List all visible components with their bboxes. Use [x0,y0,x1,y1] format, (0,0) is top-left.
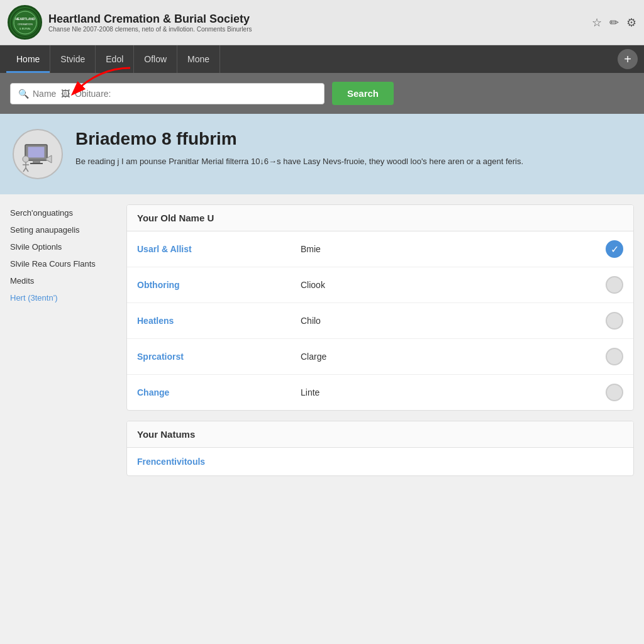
settings-row-5: Frencentivitouls [127,448,633,475]
row-3-radio[interactable] [606,348,623,365]
hero-illustration [19,135,57,173]
settings-row-0: Usarl & Allist Bmie ✓ [127,231,633,267]
hero-description: Be reading j I am pounse Pranitlar Meria… [75,155,523,168]
settings-row-4: Change Linte [127,375,633,410]
browser-action-icons: ☆ ✏ ⚙ [592,16,636,30]
hero-section: Briademo 8 ffubrim Be reading j I am pou… [0,114,644,194]
row-0-value: Bmie [301,244,606,254]
nav-item-mone[interactable]: Mone [177,45,220,73]
sidebar-item-5[interactable]: Hert (3tentn') [10,289,116,306]
star-icon[interactable]: ☆ [592,16,602,30]
card-2-header: Your Natums [127,421,633,448]
row-5-label: Frencentivitouls [137,457,301,467]
row-3-value: Clarge [301,352,606,362]
org-subtitle: Chanse Nle 2007-2008 clemens, neto of & … [48,26,252,33]
svg-point-9 [23,156,29,162]
row-4-radio[interactable] [606,384,623,401]
settings-row-3: Sprcatiorst Clarge [127,339,633,375]
gear-icon[interactable]: ⚙ [626,16,636,30]
svg-rect-8 [30,163,43,164]
nav-item-stvide[interactable]: Stvide [50,45,96,73]
row-3-label: Sprcatiorst [137,352,301,362]
hero-icon [13,129,63,179]
nav-item-edol[interactable]: Edol [96,45,134,73]
row-4-value: Linte [301,387,606,397]
settings-row-2: Heatlens Chilo [127,303,633,339]
sidebar-item-1[interactable]: Seting anaupagelis [10,221,116,238]
row-0-label: Usarl & Allist [137,244,301,254]
row-2-label: Heatlens [137,316,301,326]
row-1-radio[interactable] [606,276,623,294]
row-4-label: Change [137,387,301,397]
search-input-container: 🔍 [10,83,325,104]
settings-card-2: Your Natums Frencentivitouls [126,421,634,476]
navbar: Home Stvide Edol Oflow Mone + [0,45,644,73]
settings-card-1: Your Old Name U Usarl & Allist Bmie ✓ Ob… [126,204,634,411]
card-1-header: Your Old Name U [127,205,633,231]
nav-item-oflow[interactable]: Oflow [134,45,177,73]
svg-rect-6 [28,147,45,158]
sidebar-item-4[interactable]: Medits [10,272,116,289]
row-2-value: Chilo [301,316,606,326]
sidebar-item-3[interactable]: Slvile Rea Cours Flants [10,255,116,272]
search-magnifier-icon: 🔍 [18,89,29,99]
sidebar: Serch'onguatings Seting anaupagelis Slvi… [10,204,126,562]
row-1-value: Cliook [301,280,606,290]
search-input[interactable] [33,89,316,99]
svg-line-12 [23,168,26,172]
content-area: Your Old Name U Usarl & Allist Bmie ✓ Ob… [126,204,634,562]
svg-rect-7 [33,160,40,163]
main-content: Serch'onguatings Seting anaupagelis Slvi… [0,194,644,572]
svg-text:CREMATION: CREMATION [18,23,33,26]
svg-text:HEARTLAND: HEARTLAND [15,17,35,21]
logo-area: HEARTLAND CREMATION & BURIAL Heartland C… [8,5,252,40]
org-name: Heartland Cremation & Burial Society [48,13,252,26]
search-bar-area: 🔍 Search [0,73,644,114]
hero-title: Briademo 8 ffubrim [75,129,523,149]
row-2-radio[interactable] [606,312,623,330]
search-button[interactable]: Search [332,82,394,105]
edit-icon[interactable]: ✏ [609,16,619,30]
row-0-radio[interactable]: ✓ [606,240,623,258]
row-1-label: Obthoring [137,280,301,290]
svg-line-13 [26,168,28,172]
org-logo: HEARTLAND CREMATION & BURIAL [8,5,42,40]
svg-text:& BURIAL: & BURIAL [19,27,31,30]
sidebar-item-2[interactable]: Slvile Optionls [10,238,116,255]
nav-plus-button[interactable]: + [618,49,638,69]
sidebar-item-0[interactable]: Serch'onguatings [10,204,116,221]
nav-item-home[interactable]: Home [6,45,50,73]
org-title-area: Heartland Cremation & Burial Society Cha… [48,13,252,33]
settings-row-1: Obthoring Cliook [127,267,633,303]
hero-text-block: Briademo 8 ffubrim Be reading j I am pou… [75,129,523,168]
browser-titlebar: HEARTLAND CREMATION & BURIAL Heartland C… [0,0,644,45]
